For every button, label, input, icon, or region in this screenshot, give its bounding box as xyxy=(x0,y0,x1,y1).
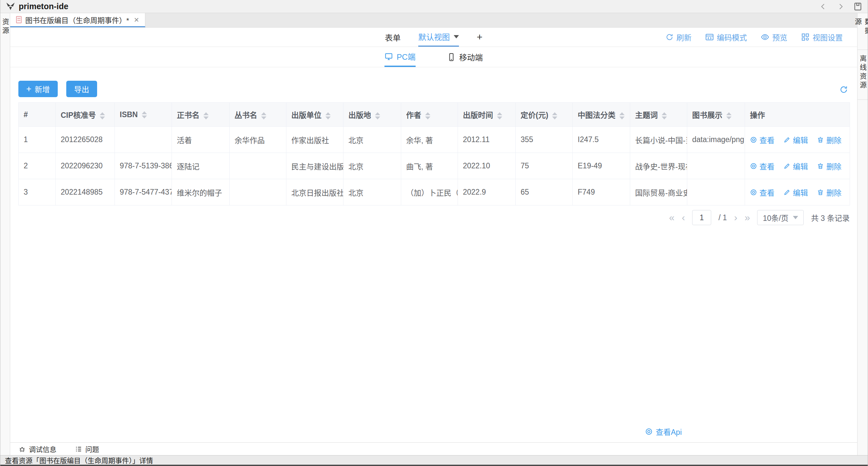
column-header-label: 主题词 xyxy=(635,111,658,119)
table-cell: 维米尔的帽子 xyxy=(172,179,229,205)
trash-icon xyxy=(817,136,824,143)
sort-carets-icon[interactable] xyxy=(497,112,502,119)
table-cell: 战争史-世界-现在 xyxy=(630,153,687,179)
eye-icon xyxy=(750,136,757,143)
column-header-label: 图书展示 xyxy=(692,111,722,119)
table-cell: 北京 xyxy=(343,179,401,205)
column-header[interactable]: 出版地 xyxy=(343,103,401,127)
tab-default-view[interactable]: 默认视图 xyxy=(418,28,459,47)
column-header[interactable]: CIP核准号 xyxy=(56,103,115,127)
table-cell: F749 xyxy=(573,179,630,205)
table-cell: 2 xyxy=(19,153,56,179)
document-tab[interactable]: 图书在版编目（生命周期事件）* × xyxy=(10,13,145,27)
table-cell: 逐陆记 xyxy=(172,153,229,179)
column-header[interactable]: 主题词 xyxy=(630,103,687,127)
pencil-icon xyxy=(783,189,790,196)
tab-debug-info[interactable]: 调试信息 xyxy=(19,444,56,454)
column-header[interactable]: 丛书名 xyxy=(229,103,286,127)
table-cell xyxy=(687,153,745,179)
table-cell: （加）卜正民（T xyxy=(401,179,458,205)
tab-pc[interactable]: PC端 xyxy=(384,47,415,67)
column-header-label: 丛书名 xyxy=(235,111,257,119)
table-cell: 曲飞, 著 xyxy=(401,153,458,179)
first-page-button[interactable]: « xyxy=(669,213,675,223)
sort-carets-icon[interactable] xyxy=(100,112,105,119)
table-cell xyxy=(229,179,286,205)
next-page-button[interactable]: › xyxy=(734,213,738,223)
table-cell-actions: 查看编辑删除 xyxy=(745,179,850,205)
tab-form[interactable]: 表单 xyxy=(385,28,401,47)
sort-carets-icon[interactable] xyxy=(662,112,667,119)
add-view-button[interactable]: + xyxy=(477,31,483,43)
list-icon xyxy=(75,445,82,453)
edit-row-button[interactable]: 编辑 xyxy=(783,134,808,145)
sort-carets-icon[interactable] xyxy=(204,112,209,119)
tab-mobile[interactable]: 移动端 xyxy=(447,47,483,67)
table-cell: 长篇小说-中国-当代 xyxy=(630,127,687,153)
column-header-label: 定价(元) xyxy=(521,111,548,119)
table-cell-actions: 查看编辑删除 xyxy=(745,153,850,179)
offline-resources-rail-item[interactable]: 离线资源 xyxy=(858,55,868,93)
prev-page-button[interactable]: ‹ xyxy=(682,213,685,223)
sort-carets-icon[interactable] xyxy=(619,112,625,119)
edit-row-button[interactable]: 编辑 xyxy=(783,187,808,198)
delete-row-button[interactable]: 删除 xyxy=(817,187,841,198)
table-refresh-icon[interactable] xyxy=(839,85,848,95)
view-row-button[interactable]: 查看 xyxy=(750,134,775,145)
tab-problems[interactable]: 问题 xyxy=(75,444,99,454)
sort-carets-icon[interactable] xyxy=(425,112,430,119)
column-header[interactable]: 正书名 xyxy=(172,103,229,127)
table-cell: 民主与建设出版社 xyxy=(286,153,343,179)
column-header[interactable]: 定价(元) xyxy=(516,103,573,127)
column-header[interactable]: 作者 xyxy=(401,103,458,127)
sort-carets-icon[interactable] xyxy=(326,112,331,119)
sort-carets-icon[interactable] xyxy=(261,112,267,119)
bug-icon xyxy=(19,445,26,453)
table-cell: 余华, 著 xyxy=(401,127,458,153)
add-button[interactable]: + 新增 xyxy=(19,81,58,97)
column-header[interactable]: 出版时间 xyxy=(458,103,516,127)
delete-row-button[interactable]: 删除 xyxy=(817,161,841,172)
edit-row-button[interactable]: 编辑 xyxy=(783,161,808,172)
history-back-icon[interactable] xyxy=(819,2,828,11)
table-cell: 978-7-5477-4378 xyxy=(115,179,172,205)
table-cell xyxy=(687,179,745,205)
current-page-input[interactable]: 1 xyxy=(692,210,711,225)
table-cell: 余华作品 xyxy=(229,127,286,153)
monitor-icon xyxy=(384,52,393,61)
delete-row-button[interactable]: 删除 xyxy=(817,134,841,145)
view-row-button[interactable]: 查看 xyxy=(750,187,775,198)
document-icon xyxy=(16,16,22,23)
table-cell xyxy=(115,127,172,153)
export-button[interactable]: 导出 xyxy=(66,81,97,97)
sort-carets-icon[interactable] xyxy=(552,112,557,119)
pagination: « ‹ 1 / 1 › » 10条/页 共 3 条记录 xyxy=(10,210,849,225)
close-tab-icon[interactable]: × xyxy=(134,16,139,24)
column-header[interactable]: 中图法分类 xyxy=(573,103,630,127)
view-row-button[interactable]: 查看 xyxy=(750,161,775,172)
save-icon[interactable] xyxy=(853,2,862,11)
sort-carets-icon[interactable] xyxy=(142,111,147,118)
sort-carets-icon[interactable] xyxy=(726,112,732,119)
sort-carets-icon[interactable] xyxy=(375,112,380,119)
column-header[interactable]: ISBN xyxy=(115,103,172,127)
view-settings-button[interactable]: 视图设置 xyxy=(801,31,843,43)
column-header[interactable]: 出版单位 xyxy=(286,103,343,127)
preview-button[interactable]: 预览 xyxy=(761,31,787,43)
column-header-label: 出版单位 xyxy=(291,111,321,119)
table-cell: 北京日报出版社 xyxy=(286,179,343,205)
table-cell: 2012265028 xyxy=(56,127,115,153)
history-forward-icon[interactable] xyxy=(836,2,845,11)
page-size-select[interactable]: 10条/页 xyxy=(757,210,804,225)
last-page-button[interactable]: » xyxy=(745,213,750,223)
table-actions-bar: + 新增 导出 xyxy=(19,81,857,97)
refresh-button[interactable]: 刷新 xyxy=(665,31,691,43)
device-tabbar: PC端 移动端 xyxy=(10,47,857,67)
total-records-label: 共 3 条记录 xyxy=(811,212,849,223)
view-api-link[interactable]: 查看Api xyxy=(645,426,682,437)
code-mode-button[interactable]: 编码模式 xyxy=(705,31,747,43)
column-header[interactable]: 图书展示 xyxy=(687,103,745,127)
table-cell: 1 xyxy=(19,127,56,153)
resources-rail-item[interactable]: 资源 xyxy=(0,18,10,455)
eye-icon xyxy=(645,428,653,435)
